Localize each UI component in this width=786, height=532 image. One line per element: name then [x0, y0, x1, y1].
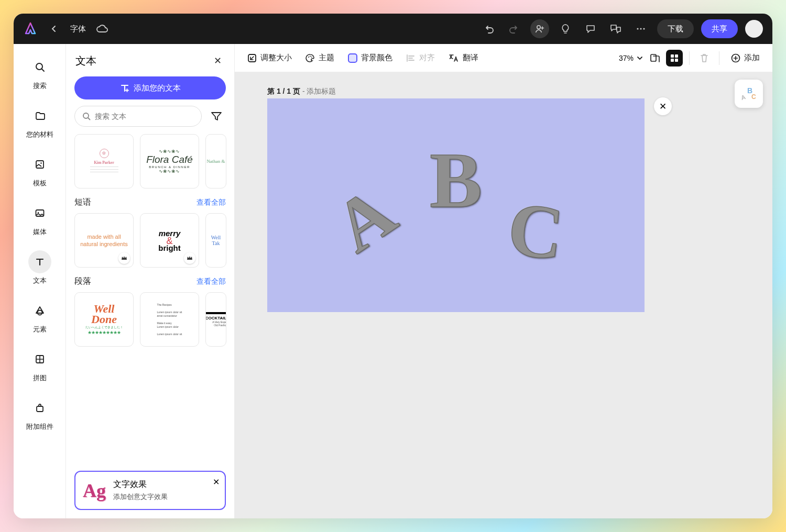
hint-button[interactable] — [556, 20, 574, 38]
add-text-button[interactable]: 添加您的文本 — [74, 76, 226, 99]
cloud-status-icon[interactable] — [93, 20, 111, 38]
svg-point-1 — [637, 28, 638, 29]
canvas-stage[interactable]: 第 1 / 1 页 - 添加标题 A B C ✕ BAC — [235, 72, 772, 518]
share-button[interactable]: 共享 — [701, 19, 738, 38]
view-all-paragraphs[interactable]: 查看全部 — [196, 277, 226, 286]
close-panel-button[interactable]: ✕ — [210, 53, 225, 68]
phrase-card-merry-bright[interactable]: merry&bright — [140, 213, 199, 268]
svg-point-4 — [36, 63, 42, 70]
zoom-dropdown[interactable]: 37% — [619, 54, 643, 62]
rail-label: 搜索 — [33, 82, 47, 91]
text-effects-banner[interactable]: Ag 文字效果 添加创意文字效果 ✕ — [74, 471, 226, 510]
svg-rect-5 — [36, 161, 43, 168]
premium-badge-icon — [184, 252, 195, 264]
shape-icon — [28, 299, 51, 322]
add-text-icon — [120, 83, 129, 93]
redo-button[interactable] — [505, 20, 523, 38]
chevron-down-icon — [637, 56, 643, 60]
svg-point-2 — [640, 28, 641, 29]
premium-badge-icon — [118, 252, 130, 264]
svg-text:A: A — [740, 93, 747, 102]
close-artboard-button[interactable]: ✕ — [654, 97, 672, 115]
undo-button[interactable] — [480, 20, 498, 38]
svg-rect-18 — [671, 54, 674, 58]
resize-button[interactable]: 调整大小 — [242, 50, 297, 66]
rail-item-shape[interactable]: 元素 — [18, 293, 62, 341]
search-icon — [82, 112, 91, 120]
plus-circle-icon — [731, 53, 740, 63]
view-all-phrases[interactable]: 查看全部 — [196, 198, 226, 207]
translate-icon — [449, 53, 459, 63]
present-button[interactable] — [607, 20, 625, 38]
translate-button[interactable]: 翻译 — [443, 50, 484, 66]
user-avatar[interactable] — [745, 20, 763, 38]
svg-rect-21 — [675, 59, 678, 62]
canvas-letter-b[interactable]: B — [430, 135, 482, 225]
search-text-input[interactable] — [74, 106, 202, 127]
svg-point-0 — [537, 26, 540, 29]
align-button: 对齐 — [401, 50, 440, 66]
rail-item-text[interactable]: 文本 — [18, 244, 62, 293]
breadcrumb-font[interactable]: 字体 — [70, 24, 86, 34]
download-button[interactable]: 下载 — [657, 19, 694, 38]
svg-point-3 — [643, 28, 645, 29]
paragraph-card-well-done[interactable]: Well Done たいへんよくできました！ ★★★★★★★★★ — [74, 292, 134, 347]
comment-button[interactable] — [582, 20, 599, 38]
delete-page-button[interactable] — [696, 50, 713, 66]
add-page-button[interactable]: 添加 — [726, 50, 765, 66]
pages-view-button[interactable] — [646, 50, 663, 66]
grid-icon — [28, 348, 51, 371]
panel-title: 文本 — [75, 54, 96, 68]
rail-item-grid[interactable]: 拼图 — [18, 341, 62, 390]
phrase-card-well-take[interactable]: Well Tak — [205, 213, 226, 268]
folder-icon — [28, 104, 51, 127]
rail-label: 附加组件 — [26, 423, 53, 431]
text-effects-sub: 添加创意文字效果 — [113, 492, 168, 502]
background-color-button[interactable]: 背景颜色 — [343, 50, 398, 66]
align-icon — [406, 54, 416, 62]
close-fx-banner[interactable]: ✕ — [213, 477, 220, 487]
page-indicator[interactable]: 第 1 / 1 页 - 添加标题 — [267, 87, 336, 96]
svg-point-15 — [310, 56, 311, 57]
rail-item-addon[interactable]: 附加组件 — [18, 390, 62, 439]
rail-item-search[interactable]: 搜索 — [18, 49, 62, 98]
app-logo[interactable] — [23, 21, 38, 36]
svg-rect-20 — [671, 59, 674, 62]
view-mode-button[interactable] — [666, 50, 683, 66]
template-card-kim-parker[interactable]: ✿ Kim Parker — [74, 134, 134, 189]
svg-rect-11 — [37, 406, 43, 412]
app-window: 字体 下载 共享 搜索您的材料模板媒体文本元素拼图附加组件 文本 ✕ — [14, 14, 772, 518]
text-effects-title: 文字效果 — [113, 479, 168, 490]
template-card-nathan[interactable]: Nathan & — [205, 134, 226, 189]
section-title-phrases: 短语 — [74, 197, 91, 208]
back-button[interactable] — [45, 20, 63, 38]
palette-icon — [305, 53, 315, 63]
template-card-flora-cafe[interactable]: ∿❀∿❀∿ Flora Café BRUNCH & DINNER ∿❀∿❀∿ — [140, 134, 199, 189]
canvas-letter-a[interactable]: A — [319, 169, 410, 269]
artboard[interactable]: A B C — [267, 98, 645, 312]
bgcolor-swatch-icon — [348, 53, 357, 63]
rail-label: 文本 — [33, 276, 47, 285]
paragraph-card-recipe[interactable]: The RecipesLorem ipsum dolor sitamet con… — [140, 292, 199, 347]
svg-point-6 — [40, 162, 42, 164]
canvas-letter-c[interactable]: C — [504, 185, 567, 277]
svg-point-9 — [37, 311, 42, 315]
more-button[interactable] — [632, 20, 650, 38]
invite-button[interactable] — [530, 19, 549, 38]
svg-point-16 — [311, 57, 312, 58]
canvas-toolbar: 调整大小 主题 背景颜色 对齐 翻译 — [235, 44, 772, 72]
floating-abc-button[interactable]: BAC — [735, 80, 763, 108]
paragraph-card-cocktail[interactable]: COCKTAIL A Very Expe Old Fashio — [205, 292, 226, 347]
resize-icon — [247, 53, 257, 63]
template-icon — [28, 153, 51, 176]
rail-item-media[interactable]: 媒体 — [18, 195, 62, 244]
text-icon — [28, 250, 51, 273]
rail-label: 拼图 — [33, 374, 47, 383]
theme-button[interactable]: 主题 — [300, 50, 340, 66]
svg-text:C: C — [751, 93, 756, 101]
rail-item-template[interactable]: 模板 — [18, 147, 62, 195]
phrase-card-made-with[interactable]: made with allnatural ingredients — [74, 213, 134, 268]
filter-button[interactable] — [207, 107, 226, 126]
svg-point-14 — [308, 57, 309, 58]
rail-item-folder[interactable]: 您的材料 — [18, 98, 62, 147]
